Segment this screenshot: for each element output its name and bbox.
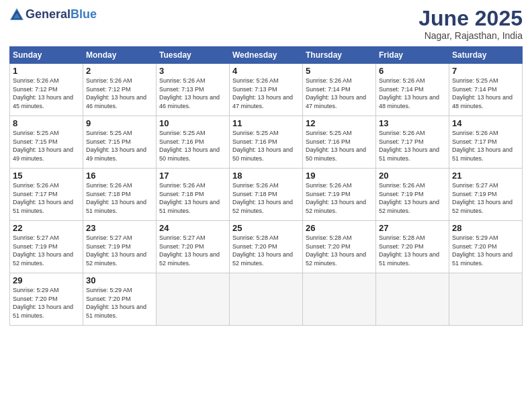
- day-info: Sunrise: 5:26 AMSunset: 7:13 PMDaylight:…: [159, 77, 220, 109]
- day-number: 26: [306, 223, 373, 233]
- calendar-cell: [230, 273, 303, 326]
- calendar-cell: 20 Sunrise: 5:26 AMSunset: 7:19 PMDaylig…: [376, 169, 449, 221]
- day-info: Sunrise: 5:25 AMSunset: 7:16 PMDaylight:…: [159, 130, 220, 162]
- day-number: 5: [306, 66, 373, 76]
- day-number: 8: [13, 118, 80, 128]
- day-info: Sunrise: 5:27 AMSunset: 7:19 PMDaylight:…: [13, 234, 73, 267]
- header-thursday: Thursday: [303, 47, 376, 64]
- day-info: Sunrise: 5:26 AMSunset: 7:14 PMDaylight:…: [306, 77, 366, 109]
- day-info: Sunrise: 5:26 AMSunset: 7:18 PMDaylight:…: [159, 182, 220, 214]
- day-number: 12: [306, 118, 373, 128]
- day-info: Sunrise: 5:26 AMSunset: 7:12 PMDaylight:…: [13, 77, 73, 109]
- header-wednesday: Wednesday: [230, 47, 303, 64]
- calendar-cell: [449, 273, 523, 326]
- header-friday: Friday: [376, 47, 449, 64]
- day-info: Sunrise: 5:26 AMSunset: 7:14 PMDaylight:…: [379, 77, 439, 109]
- calendar-cell: 12 Sunrise: 5:25 AMSunset: 7:16 PMDaylig…: [303, 116, 376, 169]
- logo-blue: Blue: [71, 7, 97, 21]
- day-info: Sunrise: 5:28 AMSunset: 7:20 PMDaylight:…: [232, 234, 293, 267]
- calendar-cell: 2 Sunrise: 5:26 AMSunset: 7:12 PMDayligh…: [83, 64, 157, 116]
- day-number: 4: [232, 66, 300, 76]
- day-number: 27: [379, 223, 446, 233]
- month-title: June 2025: [418, 7, 523, 30]
- calendar-cell: 25 Sunrise: 5:28 AMSunset: 7:20 PMDaylig…: [230, 221, 303, 273]
- calendar-row: 15 Sunrise: 5:26 AMSunset: 7:17 PMDaylig…: [10, 169, 523, 221]
- day-info: Sunrise: 5:26 AMSunset: 7:17 PMDaylight:…: [452, 130, 513, 162]
- header: GeneralBlue June 2025 Nagar, Rajasthan, …: [9, 7, 523, 41]
- calendar-cell: [376, 273, 449, 326]
- calendar-cell: 13 Sunrise: 5:26 AMSunset: 7:17 PMDaylig…: [376, 116, 449, 169]
- logo-text: GeneralBlue: [26, 7, 97, 21]
- calendar-cell: 6 Sunrise: 5:26 AMSunset: 7:14 PMDayligh…: [376, 64, 449, 116]
- calendar-table: Sunday Monday Tuesday Wednesday Thursday…: [9, 46, 523, 326]
- logo: GeneralBlue: [9, 7, 97, 21]
- calendar-cell: 26 Sunrise: 5:28 AMSunset: 7:20 PMDaylig…: [303, 221, 376, 273]
- header-tuesday: Tuesday: [157, 47, 230, 64]
- day-number: 24: [159, 223, 226, 233]
- day-number: 22: [13, 223, 80, 233]
- calendar-cell: 23 Sunrise: 5:27 AMSunset: 7:19 PMDaylig…: [83, 221, 157, 273]
- calendar-cell: 11 Sunrise: 5:25 AMSunset: 7:16 PMDaylig…: [230, 116, 303, 169]
- day-number: 9: [86, 118, 153, 128]
- day-info: Sunrise: 5:27 AMSunset: 7:20 PMDaylight:…: [159, 234, 220, 267]
- day-number: 13: [379, 118, 446, 128]
- calendar-row: 1 Sunrise: 5:26 AMSunset: 7:12 PMDayligh…: [10, 64, 523, 116]
- header-saturday: Saturday: [449, 47, 523, 64]
- calendar-row: 22 Sunrise: 5:27 AMSunset: 7:19 PMDaylig…: [10, 221, 523, 273]
- day-number: 3: [159, 66, 226, 76]
- logo-icon: [9, 7, 24, 21]
- calendar-cell: 18 Sunrise: 5:26 AMSunset: 7:18 PMDaylig…: [230, 169, 303, 221]
- calendar-cell: 8 Sunrise: 5:25 AMSunset: 7:15 PMDayligh…: [10, 116, 83, 169]
- day-info: Sunrise: 5:26 AMSunset: 7:18 PMDaylight:…: [86, 182, 146, 214]
- calendar-cell: [157, 273, 230, 326]
- day-number: 16: [86, 171, 153, 181]
- day-info: Sunrise: 5:26 AMSunset: 7:12 PMDaylight:…: [86, 77, 146, 109]
- calendar-cell: 4 Sunrise: 5:26 AMSunset: 7:13 PMDayligh…: [230, 64, 303, 116]
- day-info: Sunrise: 5:26 AMSunset: 7:13 PMDaylight:…: [232, 77, 293, 109]
- day-info: Sunrise: 5:26 AMSunset: 7:19 PMDaylight:…: [379, 182, 439, 214]
- calendar-body: 1 Sunrise: 5:26 AMSunset: 7:12 PMDayligh…: [10, 64, 523, 326]
- day-number: 21: [452, 171, 519, 181]
- calendar-cell: 28 Sunrise: 5:29 AMSunset: 7:20 PMDaylig…: [449, 221, 523, 273]
- day-number: 23: [86, 223, 153, 233]
- calendar-cell: 10 Sunrise: 5:25 AMSunset: 7:16 PMDaylig…: [157, 116, 230, 169]
- day-number: 19: [306, 171, 373, 181]
- calendar-cell: 24 Sunrise: 5:27 AMSunset: 7:20 PMDaylig…: [157, 221, 230, 273]
- header-monday: Monday: [83, 47, 157, 64]
- day-number: 7: [452, 66, 519, 76]
- calendar-cell: 7 Sunrise: 5:25 AMSunset: 7:14 PMDayligh…: [449, 64, 523, 116]
- day-info: Sunrise: 5:27 AMSunset: 7:19 PMDaylight:…: [452, 182, 513, 214]
- day-info: Sunrise: 5:29 AMSunset: 7:20 PMDaylight:…: [452, 234, 513, 267]
- calendar-cell: 29 Sunrise: 5:29 AMSunset: 7:20 PMDaylig…: [10, 273, 83, 326]
- day-info: Sunrise: 5:27 AMSunset: 7:19 PMDaylight:…: [86, 234, 146, 267]
- day-number: 11: [232, 118, 300, 128]
- day-info: Sunrise: 5:25 AMSunset: 7:16 PMDaylight:…: [306, 130, 366, 162]
- day-info: Sunrise: 5:25 AMSunset: 7:16 PMDaylight:…: [232, 130, 293, 162]
- calendar-cell: 9 Sunrise: 5:25 AMSunset: 7:15 PMDayligh…: [83, 116, 157, 169]
- day-info: Sunrise: 5:26 AMSunset: 7:17 PMDaylight:…: [13, 182, 73, 214]
- day-info: Sunrise: 5:29 AMSunset: 7:20 PMDaylight:…: [86, 287, 146, 319]
- day-info: Sunrise: 5:26 AMSunset: 7:18 PMDaylight:…: [232, 182, 293, 214]
- calendar-cell: 3 Sunrise: 5:26 AMSunset: 7:13 PMDayligh…: [157, 64, 230, 116]
- calendar-row: 8 Sunrise: 5:25 AMSunset: 7:15 PMDayligh…: [10, 116, 523, 169]
- calendar-cell: 14 Sunrise: 5:26 AMSunset: 7:17 PMDaylig…: [449, 116, 523, 169]
- day-info: Sunrise: 5:28 AMSunset: 7:20 PMDaylight:…: [306, 234, 366, 267]
- location: Nagar, Rajasthan, India: [418, 30, 523, 41]
- day-number: 20: [379, 171, 446, 181]
- calendar-cell: 1 Sunrise: 5:26 AMSunset: 7:12 PMDayligh…: [10, 64, 83, 116]
- calendar-row: 29 Sunrise: 5:29 AMSunset: 7:20 PMDaylig…: [10, 273, 523, 326]
- calendar-cell: 27 Sunrise: 5:28 AMSunset: 7:20 PMDaylig…: [376, 221, 449, 273]
- day-number: 25: [232, 223, 300, 233]
- calendar-cell: 19 Sunrise: 5:26 AMSunset: 7:19 PMDaylig…: [303, 169, 376, 221]
- calendar-cell: 22 Sunrise: 5:27 AMSunset: 7:19 PMDaylig…: [10, 221, 83, 273]
- calendar-cell: 17 Sunrise: 5:26 AMSunset: 7:18 PMDaylig…: [157, 169, 230, 221]
- day-info: Sunrise: 5:25 AMSunset: 7:15 PMDaylight:…: [13, 130, 73, 162]
- calendar-cell: [303, 273, 376, 326]
- day-number: 18: [232, 171, 300, 181]
- page-container: GeneralBlue June 2025 Nagar, Rajasthan, …: [0, 0, 532, 332]
- title-block: June 2025 Nagar, Rajasthan, India: [418, 7, 523, 41]
- weekday-header-row: Sunday Monday Tuesday Wednesday Thursday…: [10, 47, 523, 64]
- calendar-cell: 16 Sunrise: 5:26 AMSunset: 7:18 PMDaylig…: [83, 169, 157, 221]
- day-number: 28: [452, 223, 519, 233]
- day-number: 29: [13, 275, 80, 285]
